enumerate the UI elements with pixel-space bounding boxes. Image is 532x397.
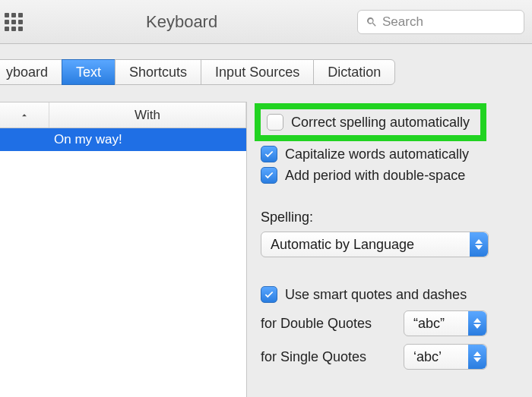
table-row[interactable]: On my way! [0,128,246,151]
stepper-icon [468,311,486,336]
search-input[interactable]: Search [357,10,524,34]
check-icon [264,149,274,159]
column-replace[interactable] [0,102,49,128]
label-double-quotes: for Double Quotes [261,316,390,332]
checkbox-smart-quotes[interactable] [261,286,277,303]
tab-shortcuts[interactable]: Shortcuts [115,59,201,85]
search-icon [366,16,378,28]
cell-with: On my way! [49,132,246,147]
select-single-quotes[interactable]: ‘abc’ [404,344,487,370]
select-spelling-value: Automatic by Language [271,237,470,253]
label-correct-spelling: Correct spelling automatically [291,115,470,131]
select-spelling[interactable]: Automatic by Language [261,232,489,257]
chevron-up-icon [19,110,30,121]
check-icon [264,170,274,181]
checkbox-capitalize-words[interactable] [261,146,277,162]
stepper-icon [470,232,488,257]
stepper-icon [468,345,486,369]
select-double-quotes[interactable]: “abc” [404,310,487,336]
label-single-quotes: for Single Quotes [261,349,390,365]
tab-keyboard[interactable]: yboard [0,59,62,85]
select-double-quotes-value: “abc” [413,316,468,332]
tab-text[interactable]: Text [62,59,115,85]
toolbar: Keyboard Search [0,0,532,44]
label-smart-quotes: Use smart quotes and dashes [285,287,467,303]
tab-input-sources[interactable]: Input Sources [201,59,313,85]
window-title: Keyboard [146,12,217,32]
replacements-table: With On my way! [0,102,247,397]
column-with[interactable]: With [49,102,246,128]
checkbox-add-period[interactable] [261,167,277,184]
tab-dictation[interactable]: Dictation [313,59,395,85]
search-placeholder: Search [382,14,423,30]
label-capitalize-words: Capitalize words automatically [285,147,469,162]
select-single-quotes-value: ‘abc’ [413,349,468,365]
apps-grid-icon[interactable] [5,13,24,33]
spelling-label: Spelling: [261,210,517,225]
label-add-period: Add period with double-space [285,168,465,184]
checkbox-correct-spelling[interactable] [267,114,283,131]
tab-bar: yboard Text Shortcuts Input Sources Dict… [0,59,532,85]
highlight-correct-spelling: Correct spelling automatically [255,103,486,141]
check-icon [264,289,274,300]
